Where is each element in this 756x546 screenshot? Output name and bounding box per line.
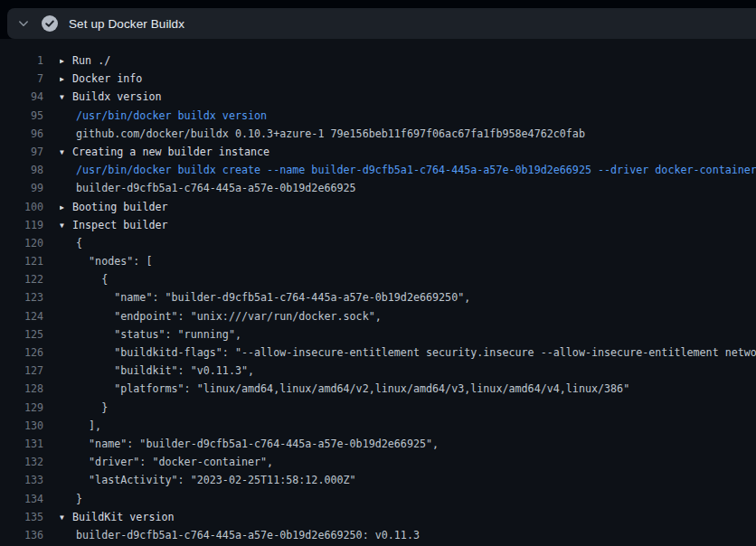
log-line: 120{ <box>0 234 756 252</box>
line-number[interactable]: 125 <box>0 325 43 344</box>
line-number[interactable]: 132 <box>0 453 43 471</box>
output-text: "status": "running", <box>60 325 756 344</box>
output-text: "driver": "docker-container", <box>60 453 756 471</box>
log-group-toggle[interactable]: ▼Buildx version <box>60 88 756 106</box>
line-number[interactable]: 95 <box>0 107 43 125</box>
output-text: { <box>60 234 756 252</box>
log-line: 123 "name": "builder-d9cfb5a1-c764-445a-… <box>0 288 756 306</box>
line-number[interactable]: 100 <box>0 198 43 216</box>
group-label: Buildx version <box>72 90 162 103</box>
log-line: 134} <box>0 490 756 508</box>
log-line: 126 "buildkitd-flags": "--allow-insecure… <box>0 344 756 362</box>
log-line: 121 "nodes": [ <box>0 252 756 270</box>
group-label: Run ./ <box>72 54 110 67</box>
line-number[interactable]: 94 <box>0 88 43 106</box>
log-line: 136builder-d9cfb5a1-c764-445a-a57e-0b19d… <box>0 526 756 544</box>
output-text: builder-d9cfb5a1-c764-445a-a57e-0b19d2e6… <box>60 179 756 197</box>
log-group-line: 135▼BuildKit version <box>0 508 756 526</box>
output-text: "platforms": "linux/amd64,linux/amd64/v2… <box>60 380 756 398</box>
output-text: "buildkit": "v0.11.3", <box>60 362 756 380</box>
output-text: } <box>60 490 756 508</box>
log-line: 132 "driver": "docker-container", <box>0 453 756 471</box>
log-group-line: 97▼Creating a new builder instance <box>0 143 756 161</box>
log-line: 95/usr/bin/docker buildx version <box>0 107 756 125</box>
group-label: BuildKit version <box>72 511 175 523</box>
log-group-line: 94▼Buildx version <box>0 88 756 106</box>
step-header[interactable]: Set up Docker Buildx <box>7 8 756 39</box>
log-line: 127 "buildkit": "v0.11.3", <box>0 362 756 380</box>
group-label: Creating a new builder instance <box>72 146 269 158</box>
line-number[interactable]: 130 <box>0 417 43 435</box>
triangle-down-icon: ▼ <box>60 89 72 106</box>
output-text: ], <box>60 417 756 435</box>
command-text: /usr/bin/docker buildx create --name bui… <box>60 161 756 179</box>
line-number[interactable]: 1 <box>0 52 43 70</box>
log-line: 122 { <box>0 270 756 288</box>
group-label: Booting builder <box>72 201 168 213</box>
line-number[interactable]: 124 <box>0 307 43 325</box>
line-number[interactable]: 133 <box>0 471 43 489</box>
chevron-down-icon[interactable] <box>17 17 30 30</box>
log-group-line: 1▶Run ./ <box>0 52 756 70</box>
line-number[interactable]: 134 <box>0 490 43 508</box>
log-line: 124 "endpoint": "unix:///var/run/docker.… <box>0 307 756 325</box>
group-label: Docker info <box>72 72 142 85</box>
group-label: Inspect builder <box>72 219 168 231</box>
log-group-toggle[interactable]: ▶Booting builder <box>60 198 756 216</box>
log-group-line: 7▶Docker info <box>0 70 756 88</box>
line-number[interactable]: 127 <box>0 362 43 380</box>
log-line: 133 "lastActivity": "2023-02-25T11:58:12… <box>0 471 756 489</box>
log-group-toggle[interactable]: ▶Docker info <box>60 70 756 88</box>
log-line: 131 "name": "builder-d9cfb5a1-c764-445a-… <box>0 435 756 453</box>
triangle-down-icon: ▼ <box>60 509 72 526</box>
output-text: "lastActivity": "2023-02-25T11:58:12.000… <box>60 471 756 489</box>
line-number[interactable]: 122 <box>0 270 43 288</box>
output-text: "endpoint": "unix:///var/run/docker.sock… <box>60 307 756 325</box>
line-number[interactable]: 135 <box>0 508 43 526</box>
log-line: 98/usr/bin/docker buildx create --name b… <box>0 161 756 179</box>
log-line: 130 ], <box>0 417 756 435</box>
command-text: /usr/bin/docker buildx version <box>60 107 756 125</box>
triangle-right-icon: ▶ <box>60 71 72 88</box>
output-text: } <box>60 399 756 417</box>
triangle-down-icon: ▼ <box>60 217 72 234</box>
log-group-toggle[interactable]: ▼Creating a new builder instance <box>60 143 756 161</box>
log-group-toggle[interactable]: ▼Inspect builder <box>60 216 756 234</box>
output-text: "buildkitd-flags": "--allow-insecure-ent… <box>60 344 756 362</box>
triangle-down-icon: ▼ <box>60 144 72 161</box>
log-line: 125 "status": "running", <box>0 325 756 344</box>
output-text: "name": "builder-d9cfb5a1-c764-445a-a57e… <box>60 288 756 306</box>
line-number[interactable]: 98 <box>0 161 43 179</box>
line-number[interactable]: 120 <box>0 234 43 252</box>
line-number[interactable]: 126 <box>0 344 43 362</box>
log-line: 99builder-d9cfb5a1-c764-445a-a57e-0b19d2… <box>0 179 756 197</box>
line-number[interactable]: 119 <box>0 216 43 234</box>
step-title: Set up Docker Buildx <box>69 17 184 31</box>
output-text: builder-d9cfb5a1-c764-445a-a57e-0b19d2e6… <box>60 526 756 544</box>
log-line: 129 } <box>0 399 756 417</box>
line-number[interactable]: 99 <box>0 179 43 197</box>
log-line: 128 "platforms": "linux/amd64,linux/amd6… <box>0 380 756 398</box>
line-number[interactable]: 131 <box>0 435 43 453</box>
log-line: 96github.com/docker/buildx 0.10.3+azure-… <box>0 125 756 143</box>
output-text: "nodes": [ <box>60 252 756 270</box>
line-number[interactable]: 96 <box>0 125 43 143</box>
line-number[interactable]: 128 <box>0 380 43 398</box>
log-group-toggle[interactable]: ▶Run ./ <box>60 52 756 70</box>
output-text: "name": "builder-d9cfb5a1-c764-445a-a57e… <box>60 435 756 453</box>
log-area: 1▶Run ./7▶Docker info94▼Buildx version95… <box>0 39 756 546</box>
line-number[interactable]: 7 <box>0 70 43 88</box>
output-text: github.com/docker/buildx 0.10.3+azure-1 … <box>60 125 756 143</box>
output-text: { <box>60 270 756 288</box>
check-circle-icon <box>42 15 58 32</box>
line-number[interactable]: 123 <box>0 288 43 306</box>
triangle-right-icon: ▶ <box>60 199 72 216</box>
log-group-toggle[interactable]: ▼BuildKit version <box>60 508 756 526</box>
triangle-right-icon: ▶ <box>60 52 72 70</box>
line-number[interactable]: 136 <box>0 526 43 544</box>
line-number[interactable]: 129 <box>0 399 43 417</box>
log-group-line: 100▶Booting builder <box>0 198 756 216</box>
line-number[interactable]: 97 <box>0 143 43 161</box>
log-lines: 1▶Run ./7▶Docker info94▼Buildx version95… <box>0 52 756 544</box>
line-number[interactable]: 121 <box>0 252 43 270</box>
